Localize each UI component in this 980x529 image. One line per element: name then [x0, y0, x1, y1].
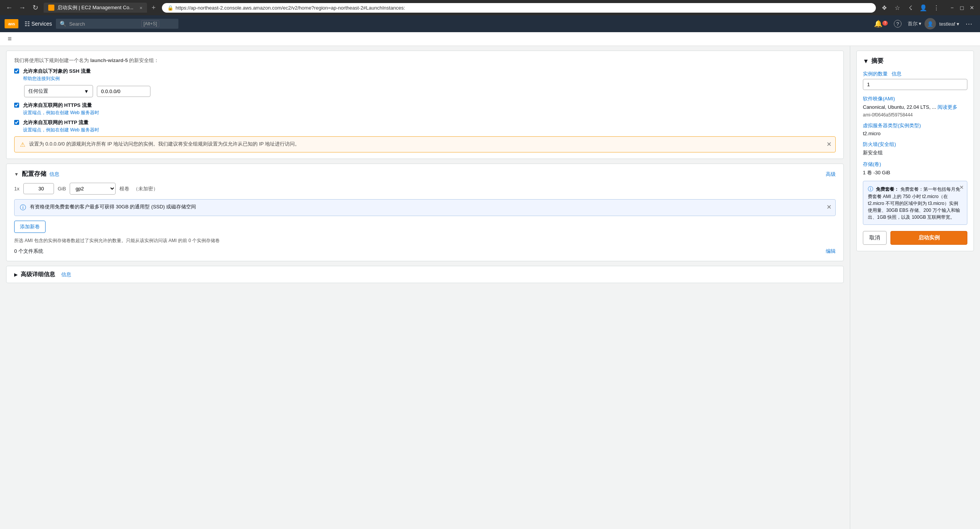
user-label: testleaf ▾	[939, 21, 959, 27]
minimize-button[interactable]: −	[948, 3, 956, 12]
ssh-label: 允许来自以下对象的 SSH 流量	[23, 68, 91, 75]
more-icon: ⋯	[965, 20, 972, 28]
region-button[interactable]: 首尔 ▾	[905, 19, 925, 29]
summary-arrow: ▼	[863, 58, 869, 65]
search-bar[interactable]: 🔍 [Alt+S]	[56, 19, 178, 29]
instance-count-input[interactable]	[863, 79, 967, 90]
warning-icon: ⚠	[20, 141, 25, 148]
maximize-button[interactable]: ◻	[958, 3, 966, 12]
forward-button[interactable]: →	[17, 2, 28, 13]
secondary-nav: ≡	[0, 32, 980, 46]
storage-info-link[interactable]: 信息	[49, 171, 59, 178]
hamburger-icon: ≡	[8, 35, 12, 43]
http-checkbox[interactable]	[14, 120, 19, 125]
free-tier-icon: ⓘ	[868, 186, 873, 192]
ami-label[interactable]: 软件映像(AMI)	[863, 95, 967, 102]
filesystem-row: 0 个文件系统 编辑	[14, 248, 836, 255]
instance-type-label[interactable]: 虚拟服务器类型(实例类型)	[863, 122, 967, 129]
add-tab-button[interactable]: +	[152, 4, 156, 12]
services-button[interactable]: ☷ Services	[21, 19, 56, 29]
instance-count-label[interactable]: 实例的数量 信息	[863, 70, 967, 77]
ssh-checkbox[interactable]	[14, 69, 19, 74]
close-window-button[interactable]: ✕	[968, 3, 976, 12]
firewall-summary-value: 新安全组	[863, 149, 967, 156]
ami-value: Canonical, Ubuntu, 22.04 LTS, ... 阅读更多	[863, 104, 967, 111]
summary-card: ▼ 摘要 实例的数量 信息 软件映像(AMI) Canonical, Ubunt…	[856, 51, 974, 251]
help-button[interactable]: ?	[891, 18, 905, 29]
ssh-source-select[interactable]: 任何位置 ▼	[24, 85, 93, 97]
browser-settings-icon[interactable]: ❖	[879, 2, 890, 13]
summary-actions: 取消 启动实例	[863, 231, 967, 245]
services-label: Services	[31, 21, 52, 27]
ami-read-more-link[interactable]: 阅读更多	[938, 104, 957, 110]
warning-close-button[interactable]: ✕	[826, 141, 831, 148]
browser-tab-active[interactable]: 启动实例 | EC2 Management Co... ×	[44, 3, 147, 13]
instance-type-value: t2.micro	[863, 131, 967, 136]
address-bar: 🔒	[162, 3, 876, 13]
https-checkbox[interactable]	[14, 103, 19, 108]
more-menu-button[interactable]: ⋯	[962, 18, 975, 29]
storage-size-input[interactable]	[23, 183, 54, 194]
bell-icon: 🔔	[874, 20, 882, 28]
launch-instance-button[interactable]: 启动实例	[890, 231, 967, 245]
browser-menu-icon[interactable]: ⋮	[931, 2, 942, 13]
ssh-sublabel: 帮助您连接到实例	[23, 75, 91, 82]
search-shortcut: [Alt+S]	[141, 20, 160, 27]
left-panel: 我们将使用以下规则创建一个名为 launch-wizard-5 的新安全组： 允…	[0, 46, 850, 529]
http-label: 允许来自互联网的 HTTP 流量	[23, 119, 99, 126]
advanced-section: ▶ 高级详细信息 信息	[6, 266, 844, 283]
add-volume-label: 添加新卷	[20, 224, 40, 229]
back-button[interactable]: ←	[4, 2, 15, 13]
free-tier-close-button[interactable]: ✕	[959, 184, 964, 190]
browser-star-icon[interactable]: ☆	[892, 2, 903, 13]
storage-arrow: ▼	[14, 172, 19, 177]
https-checkbox-row: 允许来自互联网的 HTTPS 流量 设置端点，例如在创建 Web 服务器时	[14, 102, 836, 116]
region-label: 首尔 ▾	[908, 20, 922, 27]
ami-id: ami-0f0646a5f59758444	[863, 112, 967, 118]
aws-topnav: aws ☷ Services 🔍 [Alt+S] 🔔 ? ? 首尔 ▾ 👤 te…	[0, 15, 980, 32]
add-volume-button[interactable]: 添加新卷	[14, 221, 46, 233]
firewall-note: 我们将使用以下规则创建一个名为 launch-wizard-5 的新安全组：	[14, 57, 836, 64]
ssh-ip-range-input[interactable]	[97, 86, 150, 97]
browser-nav-controls: ← → ↻	[4, 2, 41, 13]
cancel-button[interactable]: 取消	[863, 231, 887, 245]
storage-advanced-link[interactable]: 高级	[826, 171, 836, 178]
instance-count-info-link[interactable]: 信息	[892, 71, 902, 77]
storage-summary-value: 1 卷 -30 GiB	[863, 169, 967, 176]
browser-extensions-icon[interactable]: ☇	[905, 2, 916, 13]
hamburger-button[interactable]: ≡	[6, 33, 13, 44]
volume-label: 根卷	[119, 185, 129, 192]
search-input[interactable]	[69, 21, 138, 27]
storage-type-select[interactable]: gp2 gp3 io1 st1 sc1	[70, 183, 116, 195]
firewall-summary-label[interactable]: 防火墙(安全组)	[863, 141, 967, 148]
tab-close-button[interactable]: ×	[139, 5, 142, 11]
help-icon: ?	[894, 20, 902, 28]
search-icon: 🔍	[60, 21, 66, 27]
ssh-source-chevron: ▼	[84, 88, 89, 94]
advanced-info-link[interactable]: 信息	[61, 271, 71, 278]
browser-right-controls: ❖ ☆ ☇ 👤 ⋮	[879, 2, 942, 13]
ssh-checkbox-row: 允许来自以下对象的 SSH 流量 帮助您连接到实例	[14, 68, 836, 82]
free-tier-info-close-button[interactable]: ✕	[826, 203, 831, 211]
summary-title: ▼ 摘要	[863, 57, 967, 65]
firewall-warning-box: ⚠ 设置为 0.0.0.0/0 的源规则允许所有 IP 地址访问您的实例。我们建…	[14, 136, 836, 152]
notifications-button[interactable]: 🔔 ?	[871, 18, 891, 29]
storage-header: ▼ 配置存储 信息 高级	[14, 170, 836, 178]
browser-profile-icon[interactable]: 👤	[918, 2, 929, 13]
avatar-icon: 👤	[927, 21, 933, 27]
edit-link[interactable]: 编辑	[826, 248, 836, 255]
storage-section: ▼ 配置存储 信息 高级 1x GiB gp2 gp3 io1 st1 sc1 …	[6, 164, 844, 261]
warning-text: 设置为 0.0.0.0/0 的源规则允许所有 IP 地址访问您的实例。我们建议将…	[29, 141, 300, 147]
http-checkbox-row: 允许来自互联网的 HTTP 流量 设置端点，例如在创建 Web 服务器时	[14, 119, 836, 133]
tab-title: 启动实例 | EC2 Management Co...	[57, 4, 133, 11]
storage-title: 配置存储	[22, 170, 46, 178]
url-input[interactable]	[176, 5, 871, 11]
aws-logo-box: aws	[5, 19, 18, 28]
reload-button[interactable]: ↻	[30, 2, 41, 13]
ssh-source-row: 任何位置 ▼	[24, 85, 836, 97]
user-menu-button[interactable]: testleaf ▾	[936, 20, 962, 28]
window-controls: − ◻ ✕	[948, 3, 976, 12]
aws-logo-text: aws	[8, 22, 15, 26]
http-sublabel: 设置端点，例如在创建 Web 服务器时	[23, 127, 99, 133]
storage-summary-label[interactable]: 存储(卷)	[863, 161, 967, 168]
